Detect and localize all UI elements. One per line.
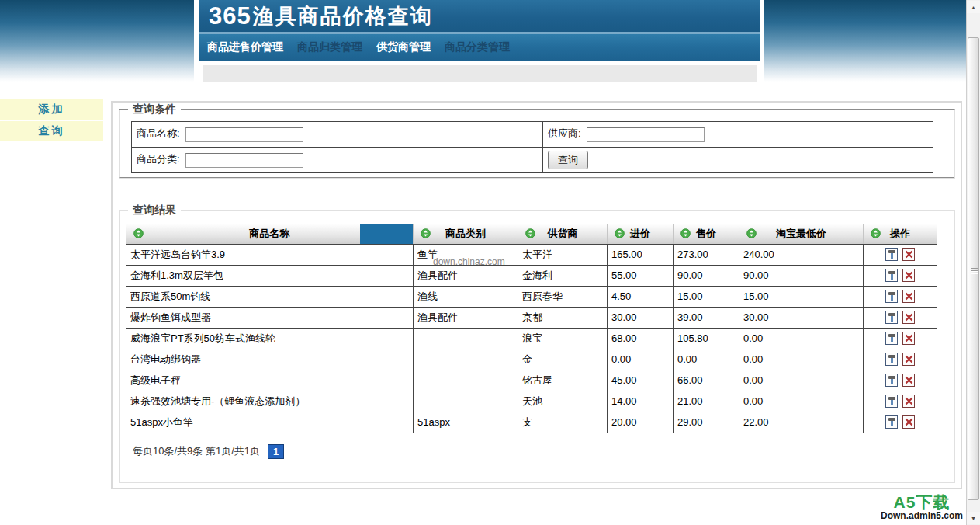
supplier-label: 供应商: [548,127,581,139]
cell-product-name: 威海浪宝PT系列50纺车式渔线轮 [126,328,414,349]
cell-supplier: 金海利 [518,265,608,286]
page-number-button[interactable]: 1 [268,444,284,459]
delete-button[interactable] [902,395,915,408]
sort-icon[interactable] [871,228,881,238]
delete-button[interactable] [902,290,915,303]
table-row: 西原道系50m钓线渔线西原春华4.5015.0015.00 [126,286,937,307]
column-label: 淘宝最低价 [776,228,826,239]
cell-sale-price: 90.00 [674,265,739,286]
vertical-scrollbar[interactable]: ▲ ▼ [966,0,980,525]
edit-button[interactable] [885,353,898,366]
supplier-input[interactable] [587,127,705,142]
cell-supplier: 支 [518,412,608,433]
delete-button[interactable] [902,374,915,387]
cell-taobao-lowest-price: 15.00 [739,286,864,307]
cell-sale-price: 105.80 [674,328,739,349]
cell-supplier: 铭古屋 [518,370,608,391]
delete-button[interactable] [902,269,915,282]
cell-sale-price: 273.00 [674,244,739,265]
cell-taobao-lowest-price: 0.00 [739,391,864,412]
cell-taobao-lowest-price: 90.00 [739,265,864,286]
column-label: 操作 [890,228,910,239]
delete-button[interactable] [902,248,915,261]
results-table-body: 太平洋远岛台钓竿3.9鱼竿太平洋165.00273.00240.00金海利1.3… [126,244,937,433]
cell-product-category [414,391,518,412]
table-row: 台湾电动绑钩器金0.000.000.00 [126,349,937,370]
sidebar-item[interactable]: 添加 [0,99,103,120]
edit-button[interactable] [885,395,898,408]
delete-button[interactable] [902,353,915,366]
cell-product-category: 51aspx [414,412,518,433]
cell-purchase-price: 45.00 [608,370,674,391]
sort-icon[interactable] [615,228,625,238]
cell-operations [864,328,937,349]
edit-button[interactable] [885,415,898,429]
scrollbar-thumb[interactable] [968,37,979,500]
query-results-legend: 查询结果 [128,203,181,217]
column-header-purchase-price: 进价 [608,224,674,244]
column-header-sale-price: 售价 [674,224,739,244]
cell-product-name: 台湾电动绑钩器 [126,349,414,370]
cell-supplier: 京都 [518,307,608,328]
sidebar-item[interactable]: 查询 [0,121,103,141]
cell-taobao-lowest-price: 30.00 [739,307,864,328]
sort-icon[interactable] [133,228,144,238]
edit-button[interactable] [885,332,898,345]
edit-button[interactable] [885,269,898,282]
delete-button[interactable] [902,415,915,429]
sort-icon[interactable] [525,228,535,238]
column-header-taobao-lowest: 淘宝最低价 [739,224,864,244]
header-right-gradient [764,0,966,82]
table-row: 高级电子秤铭古屋45.0066.000.00 [126,370,937,391]
category-input[interactable] [185,153,303,168]
scroll-down-arrow[interactable]: ▼ [967,512,980,524]
header-center: 365 渔具商品价格查询 商品进售价管理商品归类管理供货商管理商品分类管理 [199,0,760,82]
sort-icon[interactable] [746,228,757,238]
cell-product-category [414,349,518,370]
query-submit-button[interactable]: 查询 [548,151,588,169]
sort-icon[interactable] [680,228,691,238]
edit-button[interactable] [885,311,898,324]
cell-operations [864,265,937,286]
results-table: 商品名称 商品类别 供货商 进价 [126,224,937,433]
delete-button[interactable] [902,332,915,345]
scroll-up-arrow[interactable]: ▲ [967,1,980,13]
cell-operations [864,412,937,433]
app-title-bar: 365 渔具商品价格查询 [199,0,760,34]
sort-icon[interactable] [421,228,431,238]
category-cell: 商品分类: [132,148,543,173]
cell-purchase-price: 55.00 [608,265,674,286]
cell-supplier: 金 [518,349,608,370]
cell-product-category: 渔线 [414,286,518,307]
cell-operations [864,286,937,307]
cell-product-category: 渔具配件 [414,265,518,286]
table-row: 爆炸钩鱼饵成型器渔具配件京都30.0039.0030.00 [126,307,937,328]
condition-row: 商品名称: 供应商: [132,122,933,148]
cell-taobao-lowest-price: 0.00 [739,370,864,391]
edit-button[interactable] [885,248,898,261]
column-header-category: 商品类别 [414,224,518,244]
query-conditions-table: 商品名称: 供应商: 商品分类: 查询 [131,121,933,173]
product-name-input[interactable] [185,127,303,142]
table-row: 太平洋远岛台钓竿3.9鱼竿太平洋165.00273.00240.00 [126,244,937,265]
nav-item[interactable]: 供货商管理 [376,40,431,54]
nav-item[interactable]: 商品进售价管理 [207,40,283,54]
cell-purchase-price: 4.50 [608,286,674,307]
cell-product-category [414,370,518,391]
edit-button[interactable] [885,374,898,387]
sidebar: 添加查询 [0,99,103,143]
cell-purchase-price: 20.00 [608,412,674,433]
table-row: 威海浪宝PT系列50纺车式渔线轮浪宝68.00105.800.00 [126,328,937,349]
edit-button[interactable] [885,290,898,303]
table-row: 金海利1.3m双层竿包渔具配件金海利55.0090.0090.00 [126,265,937,286]
delete-button[interactable] [902,311,915,324]
cell-supplier: 西原春华 [518,286,608,307]
cell-purchase-price: 30.00 [608,307,674,328]
a5-watermark-title: A5下载 [881,494,963,510]
nav-item[interactable]: 商品分类管理 [445,40,510,54]
column-label: 进价 [630,228,650,239]
nav-item[interactable]: 商品归类管理 [297,40,362,54]
cell-purchase-price: 0.00 [608,349,674,370]
results-header-row: 商品名称 商品类别 供货商 进价 [126,224,937,244]
cell-product-name: 太平洋远岛台钓竿3.9 [126,244,414,265]
